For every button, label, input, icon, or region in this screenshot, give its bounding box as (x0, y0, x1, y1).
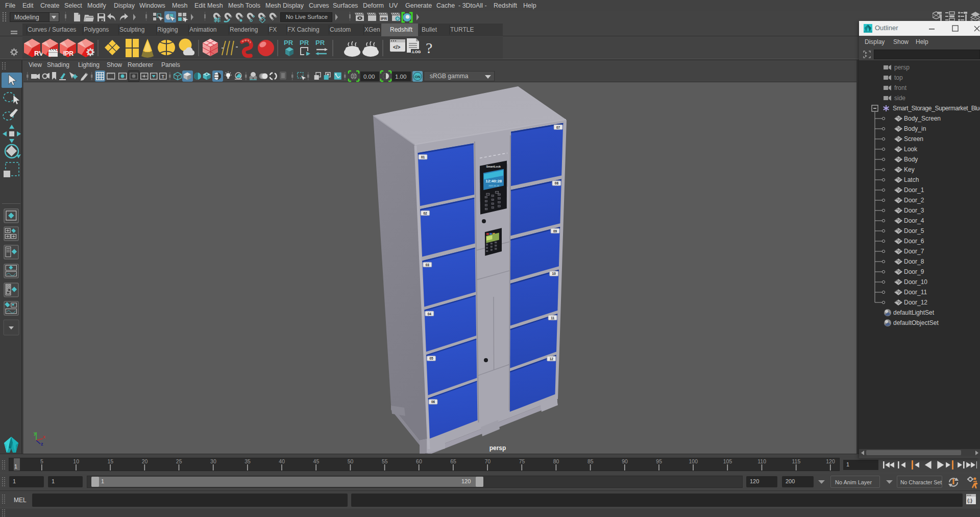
svg-text:Latch: Latch (904, 176, 919, 183)
svg-text:90: 90 (622, 458, 628, 464)
svg-text:{;}: {;} (967, 498, 972, 503)
svg-text:06: 06 (431, 400, 435, 404)
svg-text:T: T (162, 74, 165, 79)
svg-text:persp: persp (894, 64, 910, 71)
svg-text:04: 04 (428, 312, 432, 316)
svg-text:Door_2: Door_2 (904, 197, 924, 204)
svg-text:PR: PR (284, 39, 293, 46)
svg-text:x: x (43, 434, 45, 439)
svg-text:55: 55 (382, 458, 388, 464)
svg-text:Key: Key (904, 166, 915, 173)
svg-text:ON: ON (414, 75, 420, 79)
svg-text:11: 11 (551, 316, 554, 320)
svg-text:IPR: IPR (63, 50, 74, 57)
svg-text:Smart_Storage_Supermarket_Blue: Smart_Storage_Supermarket_Blue (893, 105, 980, 112)
svg-text:IPR: IPR (381, 16, 387, 21)
svg-text:side: side (894, 95, 905, 102)
svg-text:Door_6: Door_6 (904, 238, 924, 245)
svg-text:02: 02 (423, 212, 427, 215)
svg-text:20: 20 (142, 458, 148, 464)
svg-text:40: 40 (279, 458, 285, 464)
svg-text:0.00: 0.00 (363, 74, 375, 80)
svg-text:03: 03 (426, 263, 430, 267)
svg-text:Screen: Screen (904, 135, 923, 143)
svg-text:Look: Look (904, 146, 918, 153)
svg-text:defaultLightSet: defaultLightSet (893, 309, 935, 316)
svg-text:08: 08 (555, 181, 559, 185)
svg-text:12:40:28: 12:40:28 (485, 179, 502, 183)
svg-text:95: 95 (656, 458, 662, 464)
svg-text:1.00: 1.00 (395, 74, 406, 80)
svg-text:30: 30 (210, 458, 216, 464)
svg-text:75: 75 (519, 458, 525, 464)
svg-text:120: 120 (826, 458, 835, 464)
svg-text:defaultObjectSet: defaultObjectSet (893, 319, 939, 326)
svg-text:Body_in: Body_in (904, 125, 926, 132)
svg-text:15: 15 (107, 458, 113, 464)
svg-text:100: 100 (689, 458, 698, 464)
svg-text:front: front (894, 84, 907, 91)
svg-text:SmartLock: SmartLock (486, 165, 501, 168)
svg-text:Door_11: Door_11 (904, 289, 927, 296)
svg-text:105: 105 (723, 458, 732, 464)
svg-text:Door_8: Door_8 (904, 258, 924, 265)
svg-text:Door_12: Door_12 (904, 299, 927, 306)
svg-text:25: 25 (176, 458, 182, 464)
svg-text:z: z (41, 441, 43, 447)
svg-text:09: 09 (553, 229, 557, 233)
svg-text:110: 110 (757, 458, 766, 464)
svg-text:Body_Screen: Body_Screen (904, 115, 941, 122)
svg-text:persp: persp (489, 444, 506, 452)
svg-text:65: 65 (450, 458, 456, 464)
svg-text:07: 07 (556, 126, 560, 129)
svg-text:45: 45 (313, 458, 320, 464)
svg-text:01: 01 (421, 155, 425, 159)
svg-text:top: top (894, 74, 903, 81)
svg-text:80: 80 (553, 458, 559, 464)
svg-text:60: 60 (416, 458, 422, 464)
svg-text:.LOG: .LOG (411, 50, 421, 54)
svg-text:Door_1: Door_1 (904, 186, 924, 194)
svg-text:50: 50 (348, 458, 354, 464)
svg-text:5: 5 (40, 458, 43, 464)
svg-text:y: y (34, 431, 36, 436)
svg-text:Body: Body (904, 156, 918, 163)
svg-text:12: 12 (550, 357, 554, 361)
svg-text:Door_4: Door_4 (904, 217, 924, 224)
svg-text:10: 10 (73, 458, 79, 464)
svg-text:10: 10 (552, 272, 556, 275)
svg-text:70: 70 (484, 458, 491, 464)
svg-text:Door_10: Door_10 (904, 278, 927, 286)
svg-text:?: ? (426, 39, 432, 56)
svg-text:Door_5: Door_5 (904, 227, 924, 234)
svg-text:</>: </> (393, 44, 401, 50)
svg-text:PR: PR (300, 39, 309, 46)
svg-text:05: 05 (429, 357, 433, 360)
svg-text:35: 35 (244, 458, 251, 464)
svg-text:Door_3: Door_3 (904, 207, 924, 214)
svg-text:85: 85 (587, 458, 594, 464)
svg-text:2022-01-24: 2022-01-24 (488, 184, 499, 187)
svg-text:115: 115 (792, 458, 801, 464)
svg-text:Door_9: Door_9 (904, 268, 924, 275)
svg-text:Door_7: Door_7 (904, 248, 924, 255)
svg-text:PR: PR (315, 39, 325, 46)
